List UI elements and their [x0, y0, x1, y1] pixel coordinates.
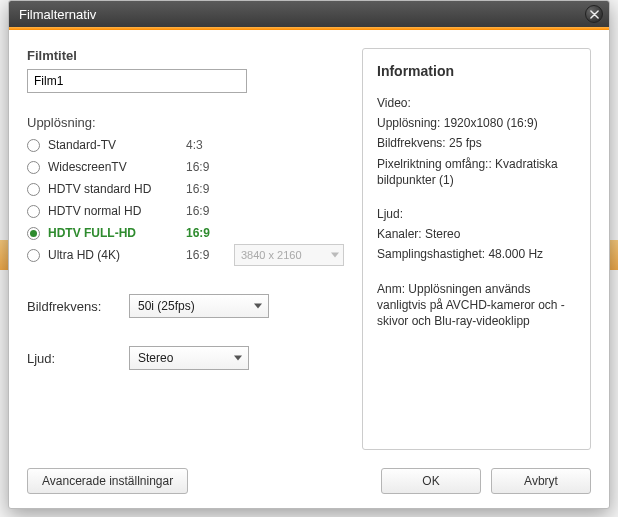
resolution-option-aspect: 16:9 [186, 248, 226, 262]
info-audio-heading: Ljud: [377, 206, 576, 222]
uhd-resolution-value: 3840 x 2160 [241, 249, 302, 261]
button-label: Avancerade inställningar [42, 474, 173, 488]
radio-icon[interactable] [27, 205, 40, 218]
audio-label: Ljud: [27, 351, 119, 366]
chevron-down-icon [331, 253, 339, 258]
info-video-resolution: Upplösning: 1920x1080 (16:9) [377, 115, 576, 131]
resolution-option-label: HDTV standard HD [48, 182, 178, 196]
window-title: Filmalternativ [19, 7, 585, 22]
info-video-heading: Video: [377, 95, 576, 111]
resolution-option-label: HDTV normal HD [48, 204, 178, 218]
radio-icon[interactable] [27, 139, 40, 152]
ok-button[interactable]: OK [381, 468, 481, 494]
titlebar: Filmalternativ [9, 1, 609, 27]
uhd-resolution-select: 3840 x 2160 [234, 244, 344, 266]
button-label: OK [422, 474, 439, 488]
resolution-option-label: HDTV FULL-HD [48, 226, 178, 240]
resolution-option-aspect: 4:3 [186, 138, 226, 152]
resolution-option-aspect: 16:9 [186, 226, 226, 240]
framerate-select[interactable]: 50i (25fps) [129, 294, 269, 318]
info-video-fps: Bildfrekvens: 25 fps [377, 135, 576, 151]
chevron-down-icon [254, 304, 262, 309]
resolution-option-standard-tv[interactable]: Standard-TV 4:3 [27, 134, 344, 156]
audio-value: Stereo [138, 351, 173, 365]
info-note: Anm: Upplösningen används vanligtvis på … [377, 281, 576, 330]
dialog-button-row: Avancerade inställningar OK Avbryt [9, 458, 609, 508]
cancel-button[interactable]: Avbryt [491, 468, 591, 494]
info-audio-rate: Samplingshastighet: 48.000 Hz [377, 246, 576, 262]
movie-options-dialog: Filmalternativ Filmtitel Upplösning: Sta… [8, 0, 610, 509]
resolution-option-aspect: 16:9 [186, 160, 226, 174]
framerate-value: 50i (25fps) [138, 299, 195, 313]
radio-icon[interactable] [27, 183, 40, 196]
resolution-option-label: WidescreenTV [48, 160, 178, 174]
resolution-option-aspect: 16:9 [186, 204, 226, 218]
resolution-option-hdtv-full-hd[interactable]: HDTV FULL-HD 16:9 [27, 222, 344, 244]
radio-icon[interactable] [27, 249, 40, 262]
audio-select[interactable]: Stereo [129, 346, 249, 370]
resolution-option-hdtv-standard[interactable]: HDTV standard HD 16:9 [27, 178, 344, 200]
radio-icon[interactable] [27, 161, 40, 174]
framerate-label: Bildfrekvens: [27, 299, 119, 314]
radio-icon[interactable] [27, 227, 40, 240]
close-icon[interactable] [585, 5, 603, 23]
film-title-label: Filmtitel [27, 48, 344, 63]
resolution-option-ultra-hd-4k[interactable]: Ultra HD (4K) 16:9 3840 x 2160 [27, 244, 344, 266]
resolution-option-label: Ultra HD (4K) [48, 248, 178, 262]
resolution-label: Upplösning: [27, 115, 344, 130]
resolution-option-aspect: 16:9 [186, 182, 226, 196]
info-video-par: Pixelriktning omfång:: Kvadratiska bildp… [377, 156, 576, 188]
info-audio-channels: Kanaler: Stereo [377, 226, 576, 242]
advanced-settings-button[interactable]: Avancerade inställningar [27, 468, 188, 494]
resolution-option-hdtv-normal[interactable]: HDTV normal HD 16:9 [27, 200, 344, 222]
button-label: Avbryt [524, 474, 558, 488]
info-heading: Information [377, 63, 576, 79]
chevron-down-icon [234, 356, 242, 361]
information-panel: Information Video: Upplösning: 1920x1080… [362, 48, 591, 450]
film-title-input[interactable] [27, 69, 247, 93]
resolution-option-label: Standard-TV [48, 138, 178, 152]
resolution-option-widescreen-tv[interactable]: WidescreenTV 16:9 [27, 156, 344, 178]
